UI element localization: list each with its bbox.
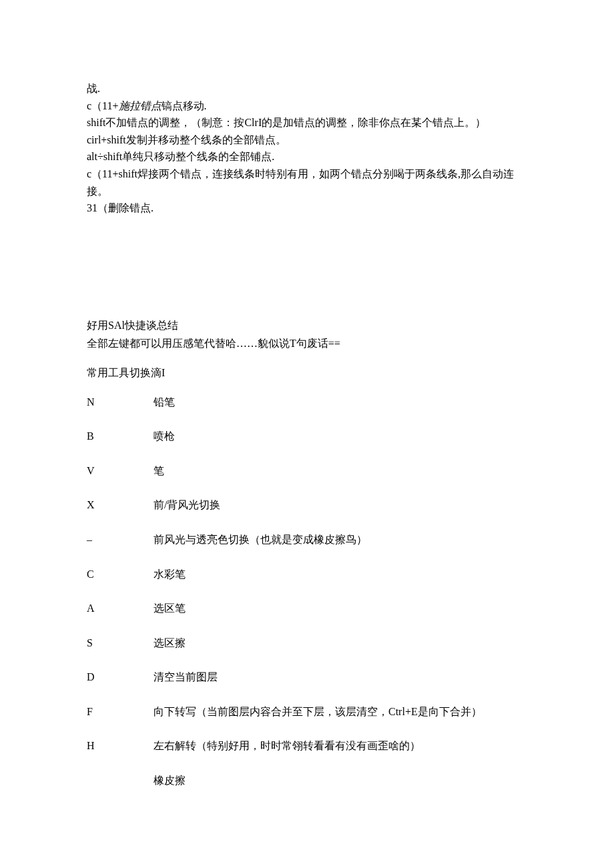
shortcut-desc: 前/背风光切换: [154, 496, 527, 514]
shortcut-key: C: [87, 566, 154, 583]
shortcut-desc: 选区擦: [154, 634, 527, 652]
shortcut-row: B 喷枪: [87, 428, 527, 445]
shortcut-key: B: [87, 428, 154, 445]
shortcut-row: A 选区笔: [87, 600, 527, 617]
shortcut-key: A: [87, 600, 154, 617]
shortcut-row: H 左右解转（特别好用，时时常翎转看看有没有画歪啥的）: [87, 737, 527, 755]
shortcut-key: F: [87, 703, 154, 721]
shortcut-row: X 前/背风光切换: [87, 496, 527, 514]
mid-section: 好用SAl快捷谈总结 全部左键都可以用压感笔代替哈……貌似说T句废话== 常用工…: [87, 317, 527, 382]
shortcut-desc: 喷枪: [154, 428, 527, 445]
shortcut-key: X: [87, 496, 154, 514]
shortcut-desc: 选区笔: [154, 600, 527, 617]
top-section: 战. c（11+施拉错点镐点移动. shift不加错点的调整，（制意：按ClrI…: [87, 80, 527, 217]
shortcut-key: N: [87, 394, 154, 411]
text-line-1: 战.: [87, 80, 527, 97]
shortcut-row: D 清空当前图层: [87, 669, 527, 686]
shortcut-row: 橡皮擦: [87, 772, 527, 789]
shortcut-desc: 前风光与透亮色切换（也就是变成橡皮擦鸟）: [154, 531, 527, 548]
section-gap: [87, 217, 527, 317]
shortcut-key: [87, 772, 154, 789]
shortcut-key: V: [87, 462, 154, 480]
text-line-5: alt÷shift单纯只移动整个线条的全部铺点.: [87, 148, 527, 165]
shortcut-desc: 铅笔: [154, 394, 527, 411]
shortcut-row: V 笔: [87, 462, 527, 480]
text-line-2: c（11+施拉错点镐点移动.: [87, 97, 527, 115]
shortcut-desc: 水彩笔: [154, 566, 527, 583]
shortcut-table: N 铅笔 B 喷枪 V 笔 X 前/背风光切换 – 前风光与透亮色切换（也就是变…: [87, 394, 527, 789]
shortcut-row: S 选区擦: [87, 634, 527, 652]
shortcut-row: C 水彩笔: [87, 566, 527, 583]
shortcut-key: S: [87, 634, 154, 652]
shortcut-key: –: [87, 531, 154, 548]
shortcut-row: F 向下转写（当前图层内容合并至下层，该层清空，Ctrl+E是向下合并）: [87, 703, 527, 721]
shortcut-desc: 向下转写（当前图层内容合并至下层，该层清空，Ctrl+E是向下合并）: [154, 703, 527, 721]
shortcut-key: D: [87, 669, 154, 686]
shortcut-desc: 清空当前图层: [154, 669, 527, 686]
italic-segment: 施拉错点: [119, 100, 162, 111]
text-line-7: 31（删除错点.: [87, 199, 527, 217]
shortcut-key: H: [87, 737, 154, 755]
shortcut-desc: 左右解转（特别好用，时时常翎转看看有没有画歪啥的）: [154, 737, 527, 755]
text-line-3: shift不加错点的调整，（制意：按ClrI的是加错点的调整，除非你点在某个错点…: [87, 114, 527, 131]
text-line-4: cirl+shift发制并移动整个线条的全部错点。: [87, 131, 527, 149]
section-title: 好用SAl快捷谈总结: [87, 317, 527, 334]
text-line-6: c（11+shift焊接两个错点，连接线条时特别有用，如两个错点分别喝于两条线条…: [87, 165, 527, 199]
shortcut-row: N 铅笔: [87, 394, 527, 411]
shortcut-desc: 橡皮擦: [154, 772, 527, 789]
shortcut-row: – 前风光与透亮色切换（也就是变成橡皮擦鸟）: [87, 531, 527, 548]
shortcut-desc: 笔: [154, 462, 527, 480]
section-subtitle: 全部左键都可以用压感笔代替哈……貌似说T句废话==: [87, 335, 527, 352]
section-subheading: 常用工具切换滴I: [87, 364, 527, 382]
